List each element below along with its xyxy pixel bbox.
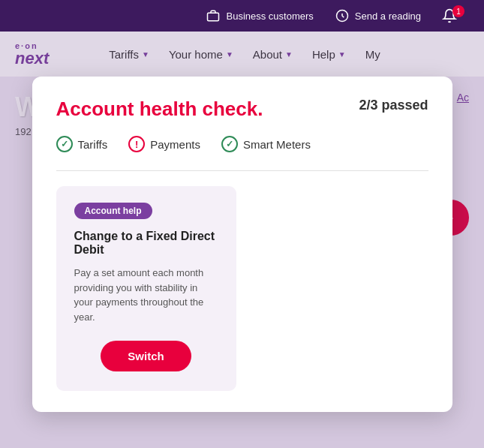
business-customers-link[interactable]: Business customers [206, 8, 313, 23]
health-check-modal: Account health check. 2/3 passed ✓ Tarif… [32, 77, 452, 412]
payments-check-label: Payments [150, 138, 200, 151]
svg-rect-0 [208, 13, 219, 21]
modal-overlay: Account health check. 2/3 passed ✓ Tarif… [0, 32, 484, 448]
tariffs-check-icon: ✓ [56, 136, 73, 152]
modal-divider [56, 170, 428, 171]
modal-header: Account health check. 2/3 passed [56, 98, 428, 121]
meter-icon [335, 8, 350, 23]
top-bar: Business customers Send a reading 1 [0, 0, 484, 32]
smart-meters-check-label: Smart Meters [243, 138, 311, 151]
tariffs-check-label: Tariffs [78, 138, 108, 151]
card-description: Pay a set amount each month providing yo… [74, 266, 218, 324]
passed-badge: 2/3 passed [359, 98, 428, 113]
account-help-card: Account help Change to a Fixed Direct De… [56, 186, 236, 391]
notification-count: 1 [452, 5, 464, 17]
payments-warn-icon: ! [128, 136, 145, 152]
card-badge: Account help [74, 203, 152, 219]
card-title: Change to a Fixed Direct Debit [74, 230, 218, 257]
check-item-tariffs: ✓ Tariffs [56, 136, 108, 152]
send-reading-link[interactable]: Send a reading [335, 8, 421, 23]
check-item-payments: ! Payments [128, 136, 200, 152]
check-item-smart-meters: ✓ Smart Meters [221, 136, 311, 152]
check-items-list: ✓ Tariffs ! Payments ✓ Smart Meters [56, 136, 428, 152]
notifications-link[interactable]: 1 [442, 8, 469, 23]
smart-meters-check-icon: ✓ [221, 136, 238, 152]
briefcase-icon [206, 8, 221, 23]
switch-button[interactable]: Switch [101, 341, 191, 371]
modal-title: Account health check. [56, 98, 263, 121]
